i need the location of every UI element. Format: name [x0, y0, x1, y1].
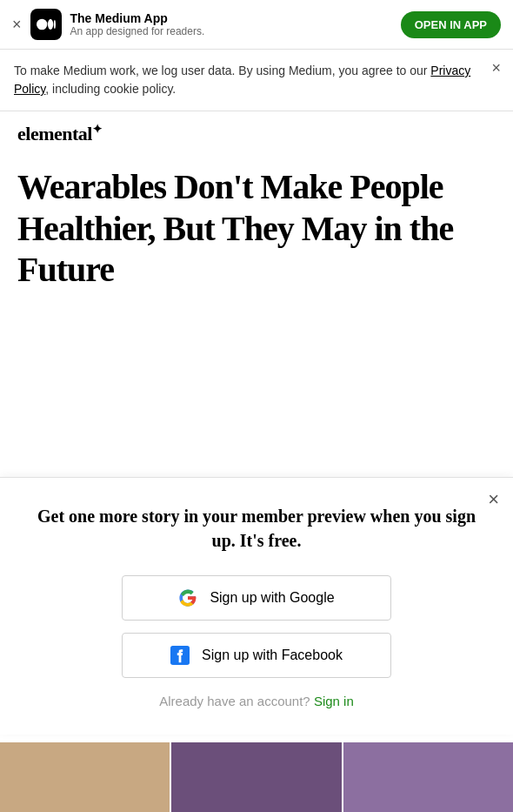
- app-banner-text: The Medium App An app designed for reade…: [70, 11, 205, 37]
- medium-logo-svg: [37, 15, 56, 34]
- modal-close-icon[interactable]: ×: [488, 490, 499, 509]
- article-title: Wearables Don't Make People Healthier, B…: [17, 166, 496, 290]
- publication-star: ✦: [92, 123, 103, 136]
- already-account: Already have an account? Sign in: [17, 694, 496, 708]
- app-banner-left: × The Medium App An app designed for rea…: [12, 9, 204, 40]
- bottom-images-row: [0, 742, 513, 812]
- cookie-notice-text-after: , including cookie policy.: [45, 82, 176, 96]
- modal-heading: Get one more story in your member previe…: [17, 504, 496, 553]
- google-icon: [178, 588, 197, 607]
- app-banner-subtitle: An app designed for readers.: [70, 25, 205, 37]
- bottom-image-3: [343, 742, 513, 812]
- publication-name: elemental✦: [17, 122, 496, 145]
- open-in-app-button[interactable]: OPEN IN APP: [401, 11, 501, 38]
- facebook-signup-button[interactable]: Sign up with Facebook: [122, 633, 391, 678]
- google-signup-label: Sign up with Google: [210, 590, 334, 606]
- article-area: Wearables Don't Make People Healthier, B…: [0, 145, 513, 304]
- sign-in-link[interactable]: Sign in: [314, 694, 354, 708]
- already-account-text: Already have an account?: [159, 694, 310, 708]
- bottom-image-2: [171, 742, 341, 812]
- app-banner: × The Medium App An app designed for rea…: [0, 0, 513, 50]
- app-banner-close-icon[interactable]: ×: [12, 17, 22, 32]
- google-signup-button[interactable]: Sign up with Google: [122, 575, 391, 621]
- bottom-image-1: [0, 742, 170, 812]
- facebook-icon: [170, 646, 190, 665]
- signup-modal: × Get one more story in your member prev…: [0, 477, 513, 735]
- cookie-notice-text-before: To make Medium work, we log user data. B…: [14, 64, 430, 77]
- medium-app-icon: [30, 9, 62, 40]
- app-banner-title: The Medium App: [70, 11, 205, 25]
- cookie-notice-close-icon[interactable]: ×: [491, 60, 501, 76]
- facebook-signup-label: Sign up with Facebook: [202, 648, 343, 663]
- publication-header: elemental✦: [0, 111, 513, 145]
- cookie-notice: To make Medium work, we log user data. B…: [0, 50, 513, 111]
- publication-name-text: elemental: [17, 123, 92, 144]
